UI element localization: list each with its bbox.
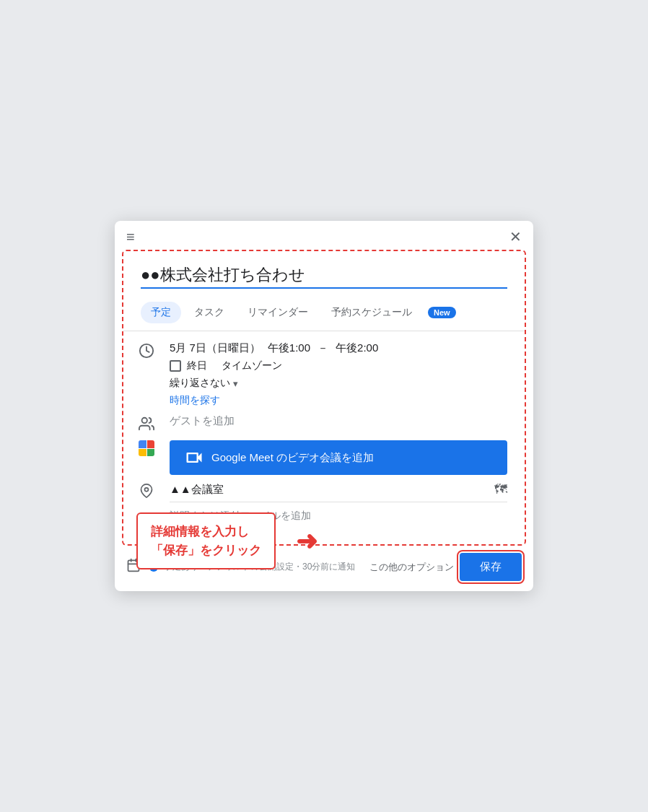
guests-content: ゲストを追加	[170, 414, 507, 428]
svg-point-2	[145, 488, 149, 492]
guests-placeholder[interactable]: ゲストを追加	[170, 414, 507, 428]
end-time-text: 午後2:00	[336, 341, 378, 355]
map-icon[interactable]: 🗺	[494, 482, 507, 497]
location-icon	[135, 484, 158, 498]
allday-row: 終日 タイムゾーン	[170, 359, 507, 372]
annotation-arrow-icon: ➜	[296, 528, 318, 554]
clock-icon	[135, 343, 158, 359]
tab-reminder[interactable]: リマインダー	[237, 302, 318, 323]
annotation-line1: 詳細情報を入力し	[151, 523, 261, 541]
annotation-line2: 「保存」をクリック	[151, 541, 261, 560]
datetime-display[interactable]: 5月 7日（日曜日） 午後1:00 － 午後2:00	[170, 341, 507, 355]
allday-checkbox[interactable]	[170, 360, 181, 372]
allday-label: 終日	[187, 359, 207, 372]
guests-row: ゲストを追加	[135, 414, 507, 432]
meet-row: Google Meet のビデオ会議を追加	[135, 439, 507, 475]
find-time-link[interactable]: 時間を探す	[170, 394, 507, 407]
meet-icon	[135, 440, 158, 456]
date-text: 5月 7日（日曜日）	[170, 341, 260, 355]
meet-content: Google Meet のビデオ会議を追加	[170, 439, 507, 475]
tab-appointment[interactable]: 予約スケジュール	[321, 302, 422, 323]
title-input[interactable]	[141, 266, 507, 289]
location-row: 🗺	[135, 482, 507, 502]
repeat-row[interactable]: 繰り返さない ▾	[170, 377, 507, 390]
tab-bar: 予定 タスク リマインダー 予約スケジュール New	[123, 296, 525, 331]
chevron-down-icon: ▾	[233, 378, 238, 389]
close-icon[interactable]: ✕	[509, 230, 522, 244]
timezone-label[interactable]: タイムゾーン	[222, 359, 282, 372]
location-content: 🗺	[170, 482, 507, 502]
title-section	[123, 251, 525, 296]
location-input[interactable]	[170, 484, 489, 496]
meet-button[interactable]: Google Meet のビデオ会議を追加	[170, 440, 507, 475]
more-options-link[interactable]: この他のオプション	[369, 561, 454, 574]
location-row-inner: 🗺	[170, 482, 507, 502]
form-dashed-area: 予定 タスク リマインダー 予約スケジュール New	[122, 250, 526, 546]
guests-icon	[135, 416, 158, 432]
svg-point-1	[142, 418, 147, 423]
save-button[interactable]: 保存	[460, 553, 522, 581]
start-time-text: 午後1:00	[268, 341, 310, 355]
tab-yotei[interactable]: 予定	[141, 302, 181, 323]
menu-icon[interactable]: ≡	[126, 230, 135, 244]
dialog-header: ≡ ✕	[115, 221, 533, 250]
tab-task[interactable]: タスク	[184, 302, 235, 323]
bottom-bar: 予定あり・デフォルトの公開設定・30分前に通知 この他のオプション 保存 詳細情…	[115, 546, 533, 591]
datetime-row: 5月 7日（日曜日） 午後1:00 － 午後2:00 終日 タイムゾーン 繰り返…	[135, 341, 507, 407]
new-badge: New	[428, 307, 456, 318]
annotation-box: 詳細情報を入力し 「保存」をクリック ➜	[136, 512, 276, 569]
event-dialog: ≡ ✕ 予定 タスク リマインダー 予約スケジュール New	[115, 221, 533, 591]
repeat-label: 繰り返さない	[170, 377, 230, 390]
dash-text: －	[318, 341, 328, 355]
datetime-content: 5月 7日（日曜日） 午後1:00 － 午後2:00 終日 タイムゾーン 繰り返…	[170, 341, 507, 407]
meet-button-label: Google Meet のビデオ会議を追加	[211, 451, 374, 465]
form-section: 5月 7日（日曜日） 午後1:00 － 午後2:00 終日 タイムゾーン 繰り返…	[123, 331, 525, 536]
bottom-bar-right: この他のオプション 保存	[369, 553, 522, 581]
